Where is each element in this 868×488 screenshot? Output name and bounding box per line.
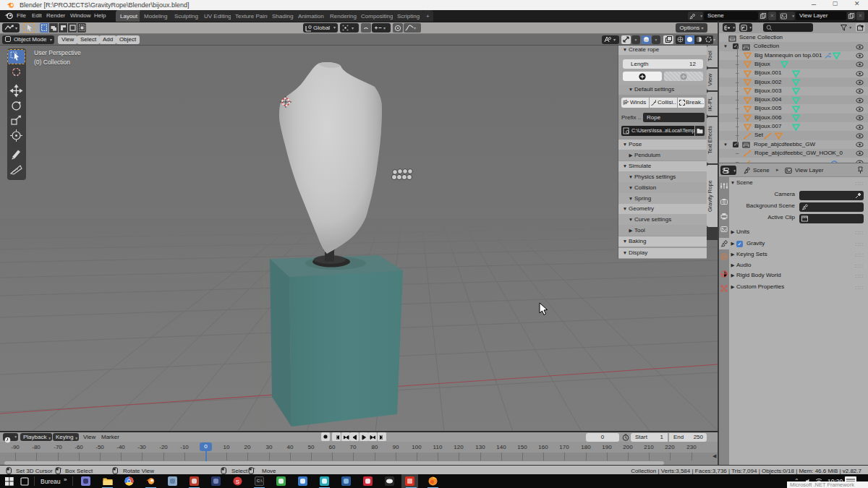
svg-text:S: S <box>236 479 239 485</box>
